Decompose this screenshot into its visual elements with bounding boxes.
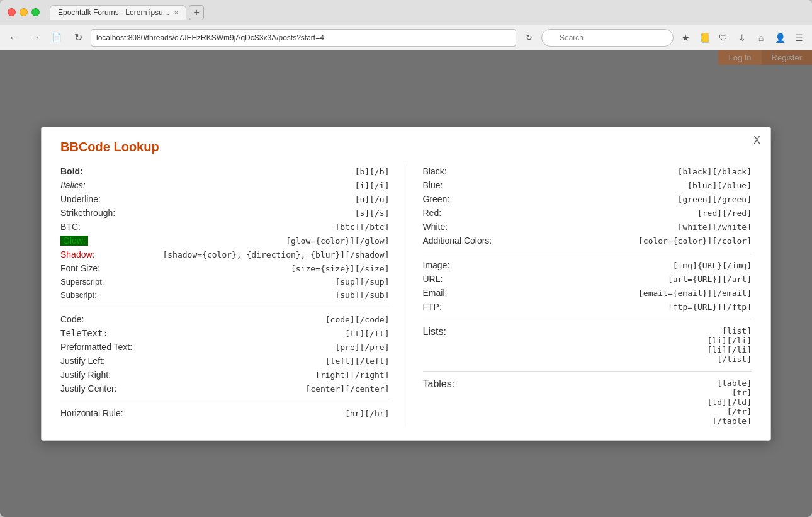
table-value-5: [/table] xyxy=(712,416,752,426)
justify-right-value: [right][/right] xyxy=(315,370,389,380)
white-row: White: [white][/white] xyxy=(423,220,752,234)
email-row: Email: [email={email}][/email] xyxy=(423,286,752,300)
list-value-1: [list] xyxy=(722,326,752,336)
close-button[interactable] xyxy=(8,8,16,16)
shield-icon[interactable]: 🛡 xyxy=(715,30,731,46)
browser-content: Log In Register X BBCode Lookup Bold: [b… xyxy=(0,50,812,517)
strikethrough-label: Strikethrough: xyxy=(60,208,115,218)
justify-left-label: Justify Left: xyxy=(60,356,105,366)
download-icon[interactable]: ⇩ xyxy=(734,30,750,46)
horizontal-rule-row: Horizontal Rule: [hr][/hr] xyxy=(60,406,390,420)
tab-close-button[interactable]: × xyxy=(174,9,178,16)
code-value: [code][/code] xyxy=(325,315,390,324)
preformatted-value: [pre][/pre] xyxy=(335,343,389,352)
tables-row: Tables: [table] [tr] [td][/td] [/tr] [/t… xyxy=(423,377,752,428)
additional-colors-row: Additional Colors: [color={color}][/colo… xyxy=(423,234,752,247)
font-size-value: [size={size}][/size] xyxy=(291,264,390,273)
black-value: [black][/black] xyxy=(678,167,752,176)
glow-label: Glow: xyxy=(60,236,88,246)
list-value-3: [li][/li] xyxy=(708,345,752,355)
underline-row: Underline: [u][/u] xyxy=(60,192,390,206)
url-row: URL: [url={URL}][/url] xyxy=(423,272,752,286)
right-column: Black: [black][/black] Blue: [blue][/blu… xyxy=(418,164,752,428)
black-label: Black: xyxy=(423,166,447,176)
ftp-value: [ftp={URL}][/ftp] xyxy=(668,302,752,312)
nav-icons: ★ 📒 🛡 ⇩ ⌂ 👤 ☰ xyxy=(677,30,807,46)
reading-list-icon[interactable]: 📒 xyxy=(696,30,713,46)
bold-row: Bold: [b][/b] xyxy=(60,164,390,178)
justify-center-row: Justify Center: [center][/center] xyxy=(60,382,390,395)
back-button[interactable]: ← xyxy=(5,29,23,47)
strikethrough-value: [s][/s] xyxy=(355,208,390,218)
share-icon[interactable]: 👤 xyxy=(772,30,788,46)
additional-colors-value: [color={color}][/color] xyxy=(638,236,752,246)
maximize-button[interactable] xyxy=(31,8,40,16)
horizontal-rule-label: Horizontal Rule: xyxy=(60,408,123,418)
nav-bar: ← → 📄 ↻ ↻ 🔍 ★ 📒 🛡 ⇩ ⌂ 👤 ☰ xyxy=(0,25,812,50)
right-divider-2 xyxy=(423,319,752,319)
home-button[interactable]: 📄 xyxy=(48,29,65,47)
reload-button[interactable]: ↻ xyxy=(520,29,538,47)
red-label: Red: xyxy=(423,208,442,218)
justify-center-value: [center][/center] xyxy=(305,384,389,394)
white-value: [white][/white] xyxy=(678,222,752,232)
tab-bar: Epochtalk Forums - Lorem ipsu... × + xyxy=(50,5,804,20)
bookmark-star-icon[interactable]: ★ xyxy=(677,30,694,46)
green-value: [green][/green] xyxy=(678,195,752,204)
new-tab-button[interactable]: + xyxy=(189,5,204,20)
menu-icon[interactable]: ☰ xyxy=(791,30,807,46)
home-nav-icon[interactable]: ⌂ xyxy=(753,30,769,46)
url-value: [url={URL}][/url] xyxy=(668,275,752,284)
blue-value: [blue][/blue] xyxy=(687,181,752,190)
shadow-value: [shadow={color}, {direction}, {blur}][/s… xyxy=(162,250,389,259)
title-bar: Epochtalk Forums - Lorem ipsu... × + xyxy=(0,0,812,25)
image-label: Image: xyxy=(423,260,450,270)
left-column: Bold: [b][/b] Italics: [i][/i] Underline… xyxy=(60,164,405,428)
subscript-value: [sub][/sub] xyxy=(335,290,389,300)
code-row: Code: [code][/code] xyxy=(60,312,390,326)
btc-label: BTC: xyxy=(60,222,81,232)
subscript-row: Subscript: [sub][/sub] xyxy=(60,288,390,302)
preformatted-row: Preformatted Text: [pre][/pre] xyxy=(60,340,390,354)
modal-close-button[interactable]: X xyxy=(753,135,760,146)
refresh-button[interactable]: ↻ xyxy=(69,29,87,47)
lists-row: Lists: [list] [li][/li] [li][/li] [/list… xyxy=(423,324,752,366)
red-value: [red][/red] xyxy=(697,208,752,218)
image-value: [img]{URL}[/img] xyxy=(673,261,752,270)
bold-label: Bold: xyxy=(60,166,83,176)
btc-row: BTC: [btc][/btc] xyxy=(60,220,390,234)
right-divider-3 xyxy=(423,371,752,372)
preformatted-label: Preformatted Text: xyxy=(60,342,132,352)
glow-row: Glow: [glow={color}][/glow] xyxy=(60,234,390,247)
browser-window: Epochtalk Forums - Lorem ipsu... × + ← →… xyxy=(0,0,812,517)
table-value-4: [/tr] xyxy=(727,407,752,416)
btc-value: [btc][/btc] xyxy=(335,222,389,232)
blue-label: Blue: xyxy=(423,180,443,190)
table-value-1: [table] xyxy=(717,378,752,388)
black-row: Black: [black][/black] xyxy=(423,164,752,178)
modal-title: BBCode Lookup xyxy=(60,140,752,154)
justify-left-value: [left][/left] xyxy=(325,356,390,366)
glow-value: [glow={color}][/glow] xyxy=(286,236,389,246)
bold-value: [b][/b] xyxy=(355,167,390,176)
shadow-label: Shadow: xyxy=(60,249,94,259)
list-value-2: [li][/li] xyxy=(708,336,752,345)
underline-value: [u][/u] xyxy=(355,195,390,204)
additional-colors-label: Additional Colors: xyxy=(423,236,492,246)
address-bar[interactable] xyxy=(91,29,516,47)
italics-label: Italics: xyxy=(60,180,86,190)
red-row: Red: [red][/red] xyxy=(423,206,752,220)
justify-center-label: Justify Center: xyxy=(60,383,116,394)
minimize-button[interactable] xyxy=(20,8,28,16)
bbcode-lookup-modal: X BBCode Lookup Bold: [b][/b] Italics: xyxy=(41,127,771,441)
teletext-label: TeleText: xyxy=(60,328,108,338)
active-tab[interactable]: Epochtalk Forums - Lorem ipsu... × xyxy=(50,5,186,20)
superscript-label: Superscript. xyxy=(60,277,104,287)
forward-button[interactable]: → xyxy=(26,29,44,47)
strikethrough-row: Strikethrough: [s][/s] xyxy=(60,206,390,220)
ftp-row: FTP: [ftp={URL}][/ftp] xyxy=(423,300,752,314)
tables-label: Tables: xyxy=(423,378,455,390)
lists-label: Lists: xyxy=(423,326,446,338)
table-value-3: [td][/td] xyxy=(708,397,752,407)
search-input[interactable] xyxy=(541,29,674,47)
